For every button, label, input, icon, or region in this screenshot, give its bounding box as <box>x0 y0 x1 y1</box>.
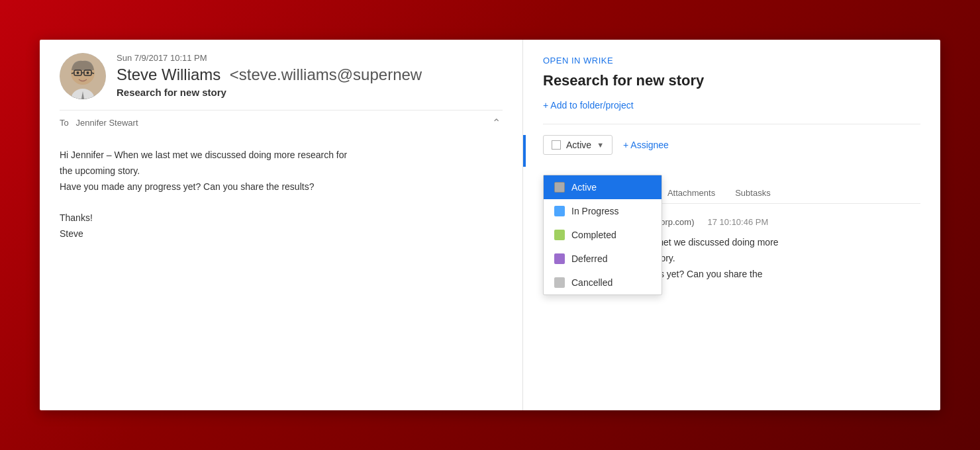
svg-point-11 <box>87 71 89 74</box>
dot-cancelled <box>554 277 565 288</box>
dropdown-item-completed[interactable]: Completed <box>544 223 662 247</box>
wrike-panel: OPEN IN WRIKE Research for new story + A… <box>523 40 940 410</box>
svg-line-9 <box>91 73 94 73</box>
status-dropdown-container: Active ▼ Active In Progress Comp <box>543 135 612 155</box>
dropdown-label-completed: Completed <box>571 230 616 240</box>
dot-completed <box>554 230 565 240</box>
dropdown-item-active[interactable]: Active <box>544 175 662 199</box>
dropdown-item-deferred[interactable]: Deferred <box>544 247 662 271</box>
status-row: Active ▼ Active In Progress Comp <box>543 124 920 155</box>
email-body: Hi Jennifer – When we last met we discus… <box>60 134 503 242</box>
status-button[interactable]: Active ▼ <box>543 135 612 155</box>
avatar <box>60 53 106 99</box>
email-panel: Sun 7/9/2017 10:11 PM Steve Williams <st… <box>40 40 523 410</box>
dropdown-item-inprogress[interactable]: In Progress <box>544 199 662 223</box>
dot-active <box>554 182 565 193</box>
email-to-row: To Jennifer Stewart ⌃ <box>60 110 503 134</box>
dropdown-label-cancelled: Cancelled <box>571 277 612 288</box>
dropdown-label-deferred: Deferred <box>571 253 607 264</box>
email-date: Sun 7/9/2017 10:11 PM <box>117 53 503 63</box>
dot-inprogress <box>554 206 565 216</box>
svg-line-8 <box>72 73 74 73</box>
blue-indicator <box>523 135 526 167</box>
email-subject: Research for new story <box>117 87 503 98</box>
email-meta: Sun 7/9/2017 10:11 PM Steve Williams <st… <box>117 53 503 98</box>
add-to-folder-button[interactable]: + Add to folder/project <box>543 100 920 111</box>
status-dropdown-menu: Active In Progress Completed Deferred <box>543 175 662 295</box>
chevron-down-icon: ▼ <box>597 141 604 149</box>
dropdown-label-active: Active <box>571 182 597 193</box>
assignee-button[interactable]: + Assignee <box>623 140 669 150</box>
tab-attachments[interactable]: Attachments <box>667 188 715 203</box>
dropdown-label-inprogress: In Progress <box>571 206 619 216</box>
status-checkbox <box>552 140 561 150</box>
email-header: Sun 7/9/2017 10:11 PM Steve Williams <st… <box>60 53 503 99</box>
svg-point-10 <box>77 71 79 74</box>
open-in-wrike-link[interactable]: OPEN IN WRIKE <box>543 56 920 66</box>
tab-subtasks[interactable]: Subtasks <box>735 188 770 203</box>
dropdown-item-cancelled[interactable]: Cancelled <box>544 271 662 294</box>
task-title: Research for new story <box>543 72 920 89</box>
collapse-icon[interactable]: ⌃ <box>489 116 503 129</box>
dot-deferred <box>554 253 565 264</box>
email-sender: Steve Williams <steve.williams@supernew <box>117 66 487 84</box>
